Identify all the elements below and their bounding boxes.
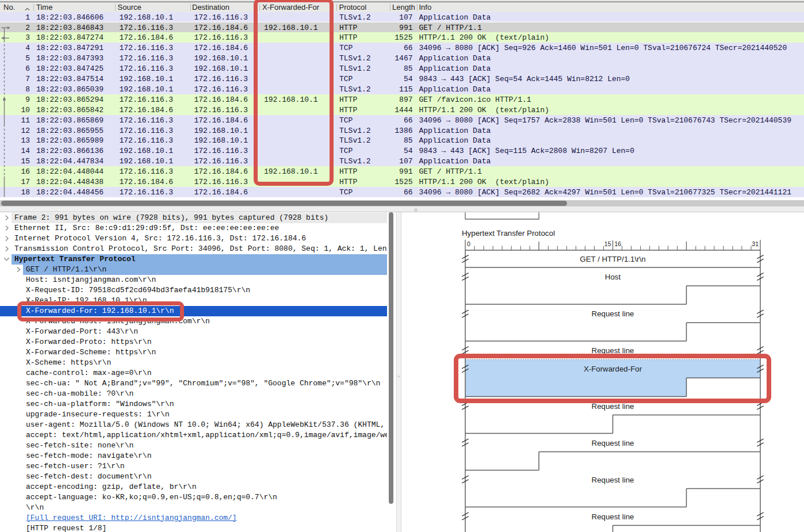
svg-text:15: 15 <box>604 240 611 247</box>
svg-text:Hypertext Transfer Protocol: Hypertext Transfer Protocol <box>462 229 555 238</box>
svg-text:16: 16 <box>615 240 622 247</box>
svg-text:0: 0 <box>467 240 470 247</box>
svg-text:Request line: Request line <box>592 476 634 484</box>
svg-text:Request line: Request line <box>592 309 634 318</box>
svg-text:Request line: Request line <box>592 439 634 447</box>
svg-text:GET / HTTP/1.1\r\n: GET / HTTP/1.1\r\n <box>580 255 645 263</box>
svg-text:Host: Host <box>605 273 621 281</box>
svg-text:31: 31 <box>752 240 759 247</box>
svg-text:Request line: Request line <box>592 512 634 521</box>
